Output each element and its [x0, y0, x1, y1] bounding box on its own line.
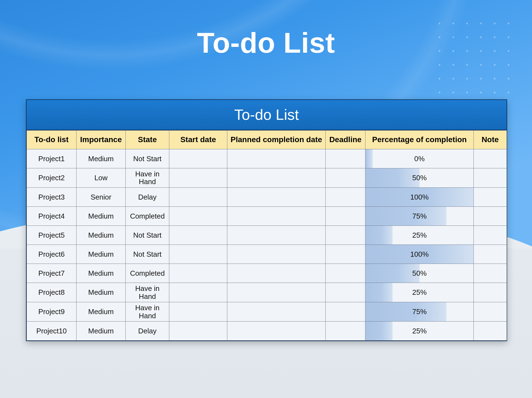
- cell-planned-completion: [227, 302, 326, 322]
- completion-pct-label: 25%: [365, 231, 473, 239]
- cell-start-date: [169, 322, 227, 341]
- cell-completion-pct: 0%: [365, 149, 474, 168]
- table-header-row: To-do list Importance State Start date P…: [27, 131, 507, 149]
- cell-todo: Project7: [27, 264, 77, 283]
- cell-importance: Medium: [77, 283, 126, 302]
- completion-pct-label: 100%: [365, 250, 473, 258]
- col-header-planned-completion: Planned completion date: [227, 131, 326, 149]
- cell-planned-completion: [227, 206, 326, 225]
- cell-start-date: [169, 149, 227, 168]
- cell-start-date: [169, 245, 227, 264]
- col-header-note: Note: [474, 131, 507, 149]
- cell-planned-completion: [227, 322, 326, 341]
- cell-todo: Project10: [27, 322, 77, 341]
- table-row: Project1MediumNot Start0%: [27, 149, 507, 168]
- cell-deadline: [326, 206, 365, 225]
- panel-title: To-do List: [27, 100, 507, 130]
- cell-note: [474, 187, 507, 206]
- cell-importance: Medium: [77, 245, 126, 264]
- cell-note: [474, 206, 507, 225]
- cell-start-date: [169, 187, 227, 206]
- cell-importance: Medium: [77, 149, 126, 168]
- cell-note: [474, 245, 507, 264]
- cell-completion-pct: 75%: [365, 206, 474, 225]
- cell-deadline: [326, 187, 365, 206]
- todo-panel: To-do List To-do list Importance State S…: [26, 99, 507, 341]
- cell-todo: Project3: [27, 187, 77, 206]
- cell-start-date: [169, 264, 227, 283]
- cell-note: [474, 302, 507, 322]
- cell-planned-completion: [227, 264, 326, 283]
- cell-importance: Low: [77, 168, 126, 187]
- table-row: Project6MediumNot Start100%: [27, 245, 507, 264]
- page-title: To-do List: [0, 26, 532, 59]
- cell-note: [474, 264, 507, 283]
- cell-importance: Senior: [77, 187, 126, 206]
- col-header-todo: To-do list: [27, 131, 77, 149]
- cell-start-date: [169, 225, 227, 245]
- cell-note: [474, 283, 507, 302]
- table-row: Project2LowHave in Hand50%: [27, 168, 507, 187]
- cell-state: Have in Hand: [126, 168, 169, 187]
- cell-state: Not Start: [126, 225, 169, 245]
- cell-note: [474, 149, 507, 168]
- todo-table: To-do list Importance State Start date P…: [27, 130, 507, 341]
- completion-pct-label: 25%: [365, 327, 473, 335]
- col-header-completion-pct: Percentage of completion: [365, 131, 474, 149]
- table-row: Project5MediumNot Start25%: [27, 225, 507, 245]
- completion-pct-label: 75%: [365, 212, 473, 220]
- stage: To-do List To-do List To-do list Importa…: [0, 0, 532, 398]
- cell-completion-pct: 50%: [365, 264, 474, 283]
- cell-state: Have in Hand: [126, 302, 169, 322]
- cell-completion-pct: 25%: [365, 283, 474, 302]
- col-header-importance: Importance: [77, 131, 126, 149]
- cell-completion-pct: 25%: [365, 322, 474, 341]
- table-row: Project10MediumDelay25%: [27, 322, 507, 341]
- cell-importance: Medium: [77, 322, 126, 341]
- cell-state: Completed: [126, 206, 169, 225]
- table-row: Project8MediumHave in Hand25%: [27, 283, 507, 302]
- cell-state: Delay: [126, 187, 169, 206]
- cell-todo: Project4: [27, 206, 77, 225]
- cell-importance: Medium: [77, 225, 126, 245]
- col-header-state: State: [126, 131, 169, 149]
- cell-start-date: [169, 206, 227, 225]
- cell-state: Have in Hand: [126, 283, 169, 302]
- cell-deadline: [326, 283, 365, 302]
- cell-deadline: [326, 264, 365, 283]
- table-row: Project3SeniorDelay100%: [27, 187, 507, 206]
- completion-pct-label: 25%: [365, 288, 473, 296]
- cell-planned-completion: [227, 187, 326, 206]
- cell-deadline: [326, 225, 365, 245]
- completion-pct-label: 50%: [365, 269, 473, 277]
- col-header-deadline: Deadline: [326, 131, 365, 149]
- cell-state: Completed: [126, 264, 169, 283]
- cell-note: [474, 322, 507, 341]
- cell-planned-completion: [227, 168, 326, 187]
- cell-completion-pct: 100%: [365, 245, 474, 264]
- cell-start-date: [169, 283, 227, 302]
- cell-planned-completion: [227, 225, 326, 245]
- cell-planned-completion: [227, 245, 326, 264]
- cell-todo: Project1: [27, 149, 77, 168]
- cell-state: Delay: [126, 322, 169, 341]
- cell-importance: Medium: [77, 302, 126, 322]
- cell-todo: Project5: [27, 225, 77, 245]
- col-header-start-date: Start date: [169, 131, 227, 149]
- cell-todo: Project8: [27, 283, 77, 302]
- cell-planned-completion: [227, 283, 326, 302]
- cell-deadline: [326, 149, 365, 168]
- cell-completion-pct: 100%: [365, 187, 474, 206]
- cell-start-date: [169, 168, 227, 187]
- table-row: Project9MediumHave in Hand75%: [27, 302, 507, 322]
- completion-pct-label: 100%: [365, 193, 473, 201]
- cell-note: [474, 225, 507, 245]
- table-row: Project7MediumCompleted50%: [27, 264, 507, 283]
- cell-deadline: [326, 168, 365, 187]
- cell-todo: Project9: [27, 302, 77, 322]
- cell-start-date: [169, 302, 227, 322]
- table-row: Project4MediumCompleted75%: [27, 206, 507, 225]
- cell-completion-pct: 75%: [365, 302, 474, 322]
- cell-importance: Medium: [77, 264, 126, 283]
- cell-todo: Project6: [27, 245, 77, 264]
